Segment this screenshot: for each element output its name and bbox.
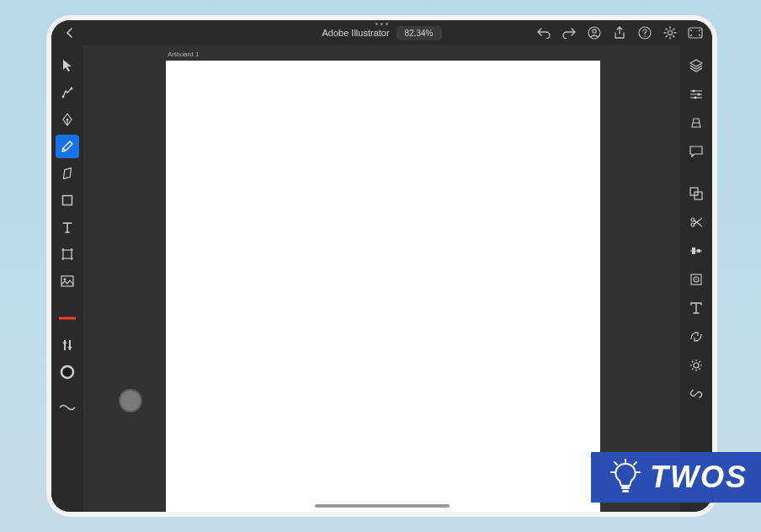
zoom-label: 82.34% — [405, 29, 434, 38]
pencil-tool[interactable] — [56, 135, 79, 158]
align-icon — [689, 245, 703, 257]
help-button[interactable] — [636, 24, 653, 41]
share-button[interactable] — [611, 24, 628, 41]
present-icon — [688, 27, 703, 39]
svg-rect-34 — [621, 487, 630, 489]
chevron-left-icon — [66, 28, 74, 38]
square-icon — [61, 194, 73, 206]
type-panel-button[interactable] — [684, 296, 708, 320]
svg-line-38 — [634, 462, 636, 465]
home-indicator[interactable] — [315, 504, 450, 508]
svg-point-21 — [697, 93, 700, 95]
fill-swatch-icon — [60, 364, 75, 380]
svg-point-12 — [64, 279, 67, 281]
place-image-tool[interactable] — [56, 269, 79, 293]
type-tool[interactable] — [56, 215, 79, 239]
repeat-panel-button[interactable] — [684, 325, 708, 348]
stroke-swatch-icon — [59, 316, 76, 321]
brush-stroke-preview[interactable] — [56, 396, 79, 419]
svg-line-37 — [615, 462, 617, 465]
stroke-options[interactable] — [56, 333, 79, 357]
eraser-icon — [61, 168, 74, 179]
redo-icon — [562, 27, 576, 39]
perspective-icon — [689, 117, 703, 129]
svg-point-7 — [71, 88, 73, 90]
artboard-icon — [61, 247, 74, 261]
transform-panel-button[interactable] — [684, 111, 708, 135]
pencil-icon — [61, 140, 74, 153]
back-button[interactable] — [60, 23, 80, 43]
svg-rect-35 — [622, 490, 629, 492]
pen-tool[interactable] — [56, 108, 79, 131]
svg-point-4 — [668, 31, 673, 35]
type-icon — [61, 221, 73, 233]
present-button[interactable] — [687, 24, 704, 41]
repeat-icon — [689, 331, 703, 343]
app-screen: • • • Adobe Illustrator 82.34% — [51, 20, 712, 512]
direct-select-icon — [61, 86, 74, 99]
share-icon — [614, 26, 625, 40]
redo-button[interactable] — [561, 24, 577, 41]
svg-rect-9 — [63, 196, 72, 205]
gear-small-icon — [689, 359, 703, 372]
zoom-control[interactable]: 82.34% — [396, 26, 442, 40]
layers-panel-button[interactable] — [684, 54, 708, 77]
tablet-frame: • • • Adobe Illustrator 82.34% — [46, 15, 717, 517]
link-panel-button[interactable] — [684, 382, 708, 406]
precision-panel-button[interactable] — [684, 268, 708, 291]
sliders-icon — [689, 88, 703, 100]
canvas-area[interactable]: Artboard 1 — [83, 45, 680, 512]
direct-selection-tool[interactable] — [56, 81, 79, 104]
eraser-tool[interactable] — [56, 162, 79, 185]
svg-rect-28 — [692, 247, 695, 254]
image-icon — [61, 275, 74, 287]
selection-tool[interactable] — [56, 54, 79, 77]
svg-point-16 — [61, 366, 73, 378]
svg-point-26 — [691, 223, 694, 226]
properties-panel-button[interactable] — [684, 82, 708, 106]
watermark-banner: TWOS — [591, 452, 761, 503]
svg-point-3 — [644, 35, 646, 37]
type-panel-icon — [690, 302, 702, 314]
svg-point-6 — [62, 96, 65, 98]
svg-point-32 — [695, 279, 697, 280]
svg-point-8 — [67, 119, 69, 121]
svg-rect-11 — [61, 276, 73, 286]
toolbar-right — [680, 45, 712, 512]
svg-point-20 — [692, 89, 694, 92]
topbar: • • • Adobe Illustrator 82.34% — [51, 20, 712, 45]
artboard-label: Artboard 1 — [168, 51, 199, 58]
fill-swatch[interactable] — [56, 360, 79, 384]
align-panel-button[interactable] — [684, 239, 708, 263]
shape-tool[interactable] — [56, 189, 79, 212]
scissors-panel-button[interactable] — [684, 210, 708, 234]
guides-panel-button[interactable] — [684, 354, 708, 377]
svg-point-22 — [694, 96, 696, 98]
artboard-tool[interactable] — [56, 242, 79, 266]
undo-icon — [537, 27, 551, 39]
help-icon — [638, 26, 652, 40]
profile-icon — [588, 26, 601, 40]
settings-button[interactable] — [662, 24, 679, 41]
stroke-swatch[interactable] — [56, 306, 79, 330]
layers-icon — [689, 59, 703, 72]
svg-point-1 — [593, 29, 596, 33]
stroke-options-icon — [61, 338, 73, 352]
pen-icon — [61, 113, 73, 126]
pathfinder-icon — [689, 187, 703, 200]
link-icon — [689, 388, 703, 400]
touch-shortcut-puck[interactable] — [119, 389, 142, 412]
svg-point-33 — [694, 363, 699, 368]
svg-point-25 — [691, 218, 694, 221]
topbar-center: • • • Adobe Illustrator 82.34% — [322, 26, 441, 40]
undo-button[interactable] — [535, 24, 552, 41]
app-title: Adobe Illustrator — [322, 28, 389, 38]
pathfinder-panel-button[interactable] — [684, 182, 708, 205]
artboard-1[interactable] — [166, 61, 600, 512]
comment-icon — [689, 146, 703, 157]
profile-button[interactable] — [586, 24, 603, 41]
comments-panel-button[interactable] — [684, 140, 708, 163]
scissors-icon — [689, 216, 703, 228]
cursor-icon — [61, 59, 73, 72]
svg-rect-29 — [697, 249, 700, 253]
